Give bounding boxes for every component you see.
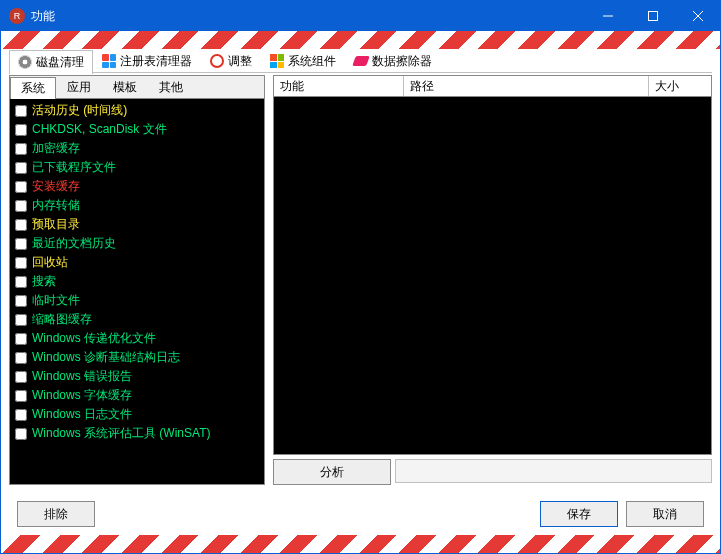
item-checkbox[interactable] <box>15 409 27 421</box>
table-header: 功能路径大小 <box>274 76 711 97</box>
item-checkbox[interactable] <box>15 314 27 326</box>
top-tab-3[interactable]: 系统组件 <box>261 49 345 73</box>
item-checkbox[interactable] <box>15 428 27 440</box>
results-table: 功能路径大小 <box>273 75 712 455</box>
content: 磁盘清理注册表清理器调整系统组件数据擦除器 系统应用模板其他 活动历史 (时间线… <box>1 49 720 535</box>
item-checkbox[interactable] <box>15 238 27 250</box>
list-item[interactable]: 最近的文档历史 <box>13 234 261 253</box>
progress-slot <box>395 459 712 483</box>
column-header-0[interactable]: 功能 <box>274 76 404 96</box>
item-label: Windows 错误报告 <box>32 368 132 385</box>
item-checkbox[interactable] <box>15 162 27 174</box>
save-button[interactable]: 保存 <box>540 501 618 527</box>
top-tab-label: 磁盘清理 <box>36 54 84 71</box>
list-item[interactable]: Windows 字体缓存 <box>13 386 261 405</box>
item-checkbox[interactable] <box>15 371 27 383</box>
app-window: R 功能 磁盘清理注册表清理器调整系统组件数据擦除器 系统应用模板其他 活动历史… <box>0 0 721 554</box>
item-checkbox[interactable] <box>15 257 27 269</box>
list-item[interactable]: 安装缓存 <box>13 177 261 196</box>
list-item[interactable]: 预取目录 <box>13 215 261 234</box>
cancel-button[interactable]: 取消 <box>626 501 704 527</box>
column-header-2[interactable]: 大小 <box>649 76 711 96</box>
footer: 排除 保存 取消 <box>9 493 712 535</box>
list-item[interactable]: Windows 日志文件 <box>13 405 261 424</box>
list-item[interactable]: Windows 传递优化文件 <box>13 329 261 348</box>
top-tab-label: 调整 <box>228 53 252 70</box>
sub-tabs: 系统应用模板其他 <box>10 76 264 99</box>
item-label: 缩略图缓存 <box>32 311 92 328</box>
analyze-button[interactable]: 分析 <box>273 459 391 485</box>
sub-tab-3[interactable]: 其他 <box>148 76 194 98</box>
column-header-1[interactable]: 路径 <box>404 76 649 96</box>
left-pane: 系统应用模板其他 活动历史 (时间线)CHKDSK, ScanDisk 文件加密… <box>9 75 265 485</box>
stripe-top <box>1 31 720 49</box>
item-label: 内存转储 <box>32 197 80 214</box>
item-checkbox[interactable] <box>15 105 27 117</box>
item-label: 搜索 <box>32 273 56 290</box>
list-item[interactable]: CHKDSK, ScanDisk 文件 <box>13 120 261 139</box>
top-tab-label: 系统组件 <box>288 53 336 70</box>
item-label: Windows 字体缓存 <box>32 387 132 404</box>
eraser-icon <box>352 56 370 66</box>
registry-icon <box>102 54 116 68</box>
item-label: 已下载程序文件 <box>32 159 116 176</box>
gear-icon <box>210 54 224 68</box>
sub-tab-2[interactable]: 模板 <box>102 76 148 98</box>
list-item[interactable]: 回收站 <box>13 253 261 272</box>
top-tab-label: 注册表清理器 <box>120 53 192 70</box>
top-tab-label: 数据擦除器 <box>372 53 432 70</box>
item-label: 临时文件 <box>32 292 80 309</box>
item-checkbox[interactable] <box>15 200 27 212</box>
titlebar: R 功能 <box>1 1 720 31</box>
window-controls <box>585 1 720 31</box>
list-item[interactable]: Windows 错误报告 <box>13 367 261 386</box>
right-pane: 功能路径大小 分析 <box>273 75 712 485</box>
item-checkbox[interactable] <box>15 124 27 136</box>
windows-icon <box>270 54 284 68</box>
list-item[interactable]: 活动历史 (时间线) <box>13 101 261 120</box>
item-checkbox[interactable] <box>15 276 27 288</box>
item-checkbox[interactable] <box>15 295 27 307</box>
item-label: 预取目录 <box>32 216 80 233</box>
list-item[interactable]: 加密缓存 <box>13 139 261 158</box>
panes: 系统应用模板其他 活动历史 (时间线)CHKDSK, ScanDisk 文件加密… <box>9 73 712 493</box>
item-checkbox[interactable] <box>15 352 27 364</box>
minimize-button[interactable] <box>585 1 630 31</box>
list-item[interactable]: Windows 系统评估工具 (WinSAT) <box>13 424 261 443</box>
item-checkbox[interactable] <box>15 181 27 193</box>
item-checkbox[interactable] <box>15 143 27 155</box>
list-item[interactable]: Windows 诊断基础结构日志 <box>13 348 261 367</box>
window-title: 功能 <box>31 8 585 25</box>
top-tabs: 磁盘清理注册表清理器调整系统组件数据擦除器 <box>9 49 712 73</box>
top-tab-0[interactable]: 磁盘清理 <box>9 50 93 74</box>
item-label: Windows 传递优化文件 <box>32 330 156 347</box>
item-checkbox[interactable] <box>15 333 27 345</box>
analyze-row: 分析 <box>273 459 712 485</box>
spacer <box>103 501 532 527</box>
sub-tab-1[interactable]: 应用 <box>56 76 102 98</box>
list-item[interactable]: 临时文件 <box>13 291 261 310</box>
item-label: 安装缓存 <box>32 178 80 195</box>
list-item[interactable]: 缩略图缓存 <box>13 310 261 329</box>
sub-tab-0[interactable]: 系统 <box>10 77 56 99</box>
close-button[interactable] <box>675 1 720 31</box>
top-tab-1[interactable]: 注册表清理器 <box>93 49 201 73</box>
item-label: 最近的文档历史 <box>32 235 116 252</box>
item-label: Windows 日志文件 <box>32 406 132 423</box>
item-label: 加密缓存 <box>32 140 80 157</box>
disc-icon <box>18 55 32 69</box>
list-item[interactable]: 已下载程序文件 <box>13 158 261 177</box>
check-list[interactable]: 活动历史 (时间线)CHKDSK, ScanDisk 文件加密缓存已下载程序文件… <box>10 99 264 484</box>
top-tab-2[interactable]: 调整 <box>201 49 261 73</box>
item-label: 回收站 <box>32 254 68 271</box>
maximize-button[interactable] <box>630 1 675 31</box>
item-checkbox[interactable] <box>15 219 27 231</box>
list-item[interactable]: 内存转储 <box>13 196 261 215</box>
top-tab-4[interactable]: 数据擦除器 <box>345 49 441 73</box>
stripe-bottom <box>1 535 720 553</box>
table-body[interactable] <box>274 97 711 454</box>
exclude-button[interactable]: 排除 <box>17 501 95 527</box>
item-label: 活动历史 (时间线) <box>32 102 127 119</box>
item-checkbox[interactable] <box>15 390 27 402</box>
list-item[interactable]: 搜索 <box>13 272 261 291</box>
